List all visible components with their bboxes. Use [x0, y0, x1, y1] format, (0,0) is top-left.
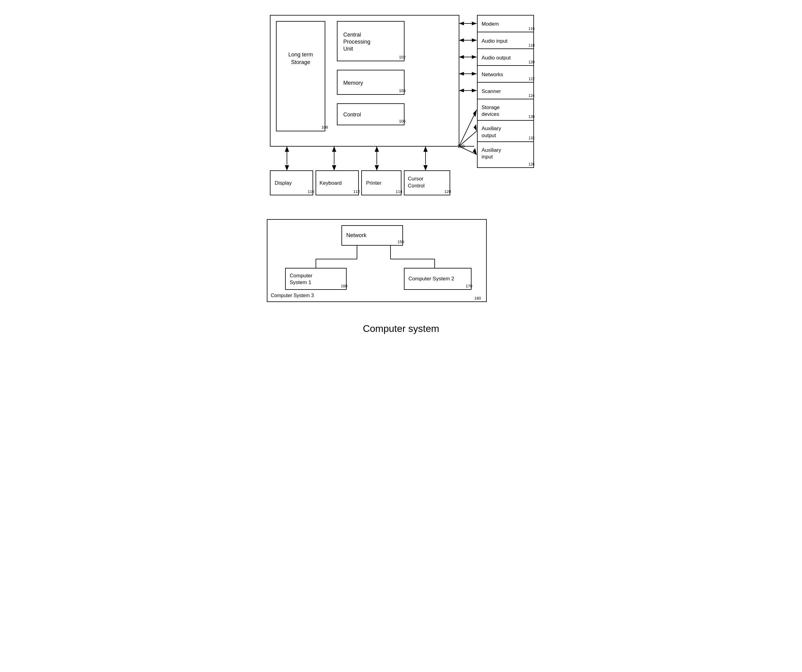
control-label: Control — [343, 112, 361, 118]
cs3-number: 180 — [474, 296, 481, 301]
svg-marker-21 — [375, 146, 379, 152]
memory-label: Memory — [343, 80, 363, 86]
svg-text:128: 128 — [445, 189, 451, 194]
page-title: Computer system — [264, 323, 538, 334]
aux-input-label: Auxiliary — [482, 147, 501, 153]
svg-rect-2 — [276, 21, 325, 131]
svg-marker-23 — [424, 165, 428, 171]
svg-text:116: 116 — [529, 26, 535, 31]
svg-text:122: 122 — [529, 77, 535, 81]
svg-marker-61 — [459, 55, 464, 59]
svg-marker-18 — [332, 146, 336, 152]
svg-marker-72 — [474, 124, 477, 131]
cs2-number: 170 — [466, 284, 472, 288]
svg-marker-55 — [459, 22, 464, 25]
svg-text:104: 104 — [399, 88, 406, 93]
svg-marker-63 — [472, 72, 477, 76]
printer-label: Printer — [366, 180, 382, 186]
svg-marker-14 — [285, 165, 289, 171]
cs3-label: Computer System 3 — [271, 293, 314, 298]
svg-marker-64 — [459, 72, 464, 76]
svg-text:112: 112 — [353, 189, 360, 194]
svg-line-71 — [459, 131, 477, 146]
svg-rect-83 — [285, 268, 346, 290]
svg-text:102: 102 — [399, 55, 406, 60]
svg-marker-54 — [472, 22, 477, 25]
svg-marker-20 — [375, 165, 379, 171]
cpu-label: Central — [343, 32, 361, 38]
cs1-number: 160 — [341, 284, 348, 288]
long-term-storage-label: Long term — [288, 52, 313, 58]
svg-marker-66 — [472, 89, 477, 92]
svg-text:devices: devices — [482, 111, 499, 117]
aux-output-label: Auxiliary — [482, 126, 501, 131]
audio-input-label: Audio input — [482, 38, 508, 44]
display-label: Display — [275, 180, 292, 186]
storage-devices-label: Storage — [482, 105, 500, 110]
svg-text:132: 132 — [529, 136, 535, 140]
network-label: Network — [346, 232, 367, 238]
svg-marker-24 — [424, 146, 428, 152]
svg-text:124: 124 — [529, 94, 535, 98]
networks-label: Networks — [482, 71, 503, 78]
page-wrapper: 100 Long term Storage 108 Central Proces… — [264, 9, 538, 334]
svg-rect-0 — [270, 15, 459, 146]
svg-text:118: 118 — [529, 43, 535, 47]
keyboard-label: Keyboard — [320, 180, 342, 186]
network-number: 150 — [398, 240, 404, 244]
cs1-label-line1: Computer — [289, 273, 312, 279]
svg-text:114: 114 — [396, 189, 403, 194]
svg-line-69 — [459, 110, 477, 146]
svg-text:106: 106 — [399, 119, 406, 123]
svg-text:input: input — [482, 154, 493, 160]
svg-marker-57 — [472, 39, 477, 42]
svg-text:120: 120 — [529, 60, 535, 64]
bottom-diagram: Computer System 3 180 Network 150 Comput… — [264, 216, 493, 314]
cs2-label: Computer System 2 — [409, 276, 454, 282]
svg-marker-17 — [332, 165, 336, 171]
modem-label: Modem — [482, 21, 499, 27]
svg-text:Storage: Storage — [291, 59, 310, 65]
svg-text:126: 126 — [529, 162, 535, 167]
svg-text:Control: Control — [408, 183, 425, 189]
svg-text:Processing: Processing — [343, 39, 370, 45]
scanner-label: Scanner — [482, 88, 501, 94]
long-term-storage-number: 108 — [321, 125, 328, 130]
svg-text:110: 110 — [308, 189, 314, 194]
audio-output-label: Audio output — [482, 55, 511, 61]
svg-text:Unit: Unit — [343, 46, 353, 52]
cs1-label-line2: System 1 — [289, 280, 311, 285]
svg-marker-15 — [285, 146, 289, 152]
svg-text:130: 130 — [529, 115, 535, 119]
top-diagram: 100 Long term Storage 108 Central Proces… — [264, 9, 538, 210]
svg-marker-67 — [459, 89, 464, 92]
svg-marker-60 — [472, 55, 477, 59]
svg-text:output: output — [482, 133, 496, 138]
cursor-control-label: Cursor — [408, 176, 424, 181]
svg-marker-58 — [459, 39, 464, 42]
